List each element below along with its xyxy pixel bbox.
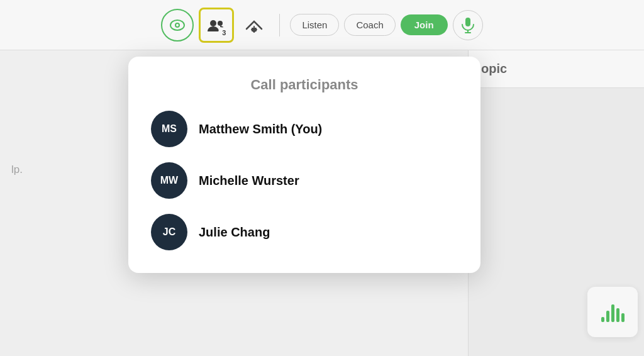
- avatar-jc: JC: [151, 214, 187, 250]
- call-participants-popup: Call participants MS Matthew Smith (You)…: [128, 57, 480, 273]
- participant-row: JC Julie Chang: [151, 214, 458, 250]
- participant-row: MW Michelle Wurster: [151, 162, 458, 199]
- popup-title: Call participants: [151, 77, 458, 93]
- participant-row: MS Matthew Smith (You): [151, 111, 458, 147]
- participant-name-ms: Matthew Smith (You): [199, 122, 322, 136]
- participant-name-mw: Michelle Wurster: [199, 174, 299, 188]
- avatar-mw: MW: [151, 162, 187, 199]
- avatar-ms: MS: [151, 111, 187, 147]
- participant-name-jc: Julie Chang: [199, 225, 270, 240]
